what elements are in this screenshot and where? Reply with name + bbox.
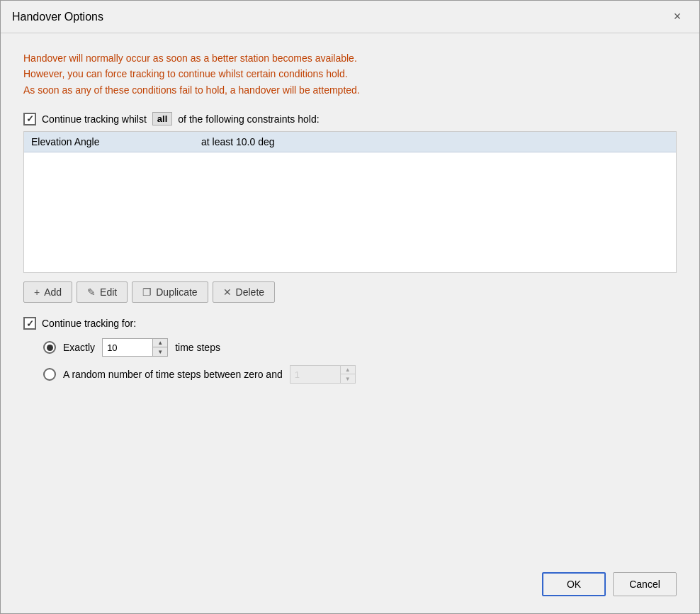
- tracking-for-checkbox[interactable]: [23, 317, 36, 330]
- constraints-label-suffix: of the following constraints hold:: [178, 113, 319, 125]
- tracking-for-label: Continue tracking for:: [42, 318, 136, 329]
- edit-button[interactable]: ✎ Edit: [77, 281, 128, 303]
- random-spinbox: ▲ ▼: [290, 365, 356, 384]
- constraint-name: Elevation Angle: [31, 136, 201, 147]
- title-bar: Handover Options ×: [1, 1, 699, 33]
- edit-label: Edit: [100, 286, 117, 298]
- exactly-radio[interactable]: [43, 341, 56, 354]
- dialog-footer: OK Cancel: [1, 561, 699, 613]
- edit-icon: ✎: [87, 286, 96, 298]
- duplicate-button[interactable]: ❐ Duplicate: [132, 281, 208, 303]
- handover-options-dialog: Handover Options × Handover will normall…: [0, 0, 700, 614]
- add-button[interactable]: + Add: [23, 281, 72, 303]
- constraints-header: Continue tracking whilst all of the foll…: [23, 112, 677, 125]
- duplicate-label: Duplicate: [156, 286, 197, 298]
- exactly-down-arrow[interactable]: ▼: [153, 347, 167, 356]
- all-badge: all: [152, 112, 172, 125]
- duplicate-icon: ❐: [142, 286, 152, 298]
- info-line1: Handover will normally occur as soon as …: [23, 50, 677, 66]
- add-label: Add: [44, 286, 62, 298]
- exactly-spinbox-arrows: ▲ ▼: [152, 339, 167, 356]
- tracking-for-header: Continue tracking for:: [23, 317, 677, 330]
- random-label: A random number of time steps between ze…: [63, 369, 283, 380]
- close-button[interactable]: ×: [667, 6, 688, 28]
- random-up-arrow[interactable]: ▲: [341, 366, 355, 374]
- constraints-checkbox[interactable]: [23, 113, 36, 125]
- exactly-label: Exactly: [63, 342, 95, 353]
- delete-button[interactable]: ✕ Delete: [213, 281, 275, 303]
- delete-label: Delete: [236, 286, 264, 298]
- constraint-value: at least 10.0 deg: [201, 136, 275, 147]
- constraint-body: [24, 152, 676, 266]
- exactly-option: Exactly ▲ ▼ time steps: [43, 338, 677, 357]
- add-icon: +: [34, 286, 40, 298]
- random-option: A random number of time steps between ze…: [43, 365, 677, 384]
- constraint-table: Elevation Angle at least 10.0 deg: [23, 131, 677, 273]
- dialog-content: Handover will normally occur as soon as …: [1, 33, 699, 561]
- ok-button[interactable]: OK: [542, 572, 606, 596]
- random-spinbox-arrows: ▲ ▼: [340, 366, 355, 383]
- tracking-for-section: Continue tracking for: Exactly ▲ ▼ time …: [23, 317, 677, 384]
- random-down-arrow[interactable]: ▼: [341, 374, 355, 383]
- constraint-row[interactable]: Elevation Angle at least 10.0 deg: [24, 132, 676, 152]
- exactly-spinbox: ▲ ▼: [102, 338, 168, 357]
- exactly-input[interactable]: [103, 339, 152, 356]
- constraints-label-prefix: Continue tracking whilst: [42, 113, 147, 125]
- exactly-suffix: time steps: [175, 342, 220, 353]
- constraint-toolbar: + Add ✎ Edit ❐ Duplicate ✕ Delete: [23, 279, 677, 303]
- constraints-section: Continue tracking whilst all of the foll…: [23, 112, 677, 303]
- delete-icon: ✕: [223, 286, 232, 298]
- dialog-title: Handover Options: [12, 11, 103, 23]
- random-input[interactable]: [290, 366, 340, 383]
- info-line3: As soon as any of these conditions fail …: [23, 82, 677, 98]
- exactly-up-arrow[interactable]: ▲: [153, 339, 167, 347]
- info-line2: However, you can force tracking to conti…: [23, 66, 677, 82]
- cancel-button[interactable]: Cancel: [613, 572, 677, 596]
- info-section: Handover will normally occur as soon as …: [23, 50, 677, 98]
- random-radio[interactable]: [43, 368, 56, 381]
